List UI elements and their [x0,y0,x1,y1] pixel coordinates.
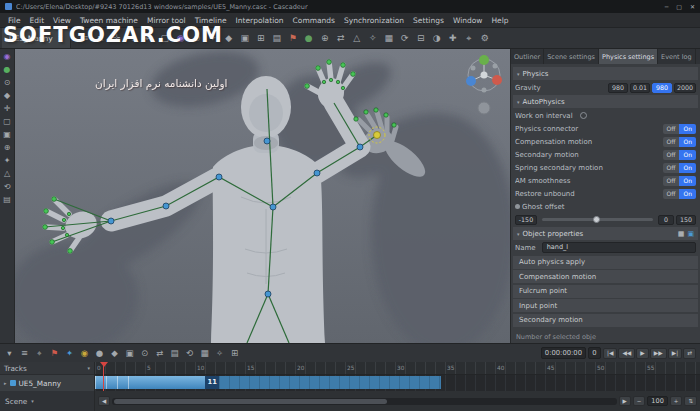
menu-item-timeline[interactable]: Timeline [191,15,231,26]
toolbar-icon-8[interactable]: ✦ [205,33,220,43]
scroll-right-button[interactable]: ▶ [619,396,631,406]
section-auto-physics-apply[interactable]: Auto physics apply [513,256,698,269]
toolbar-icon-0[interactable]: ≡ [77,33,92,43]
toolbar-icon-19[interactable]: ▦ [381,33,396,43]
left-tool-icon-2[interactable]: ⊙ [4,78,11,88]
panel-view-icon[interactable] [687,230,694,238]
section-fulcrum-point[interactable]: Fulcrum point [513,285,698,298]
interval-segment[interactable] [219,376,441,389]
expand-icon[interactable] [4,380,7,386]
timeline-icon-6[interactable]: ● [93,348,106,358]
am-smoothness-off-button[interactable]: Off [663,176,680,186]
compensation-motion-on-button[interactable]: On [679,137,696,147]
menu-item-edit[interactable]: Edit [26,15,49,26]
slider-handle[interactable] [593,216,600,223]
fit-view-icon[interactable]: ⇅ [684,396,697,406]
spring-secondary-motion-off-button[interactable]: Off [663,163,680,173]
minimize-button[interactable]: ─ [665,3,669,10]
timeline-icon-0[interactable]: ▾ [3,348,16,358]
toolbar-icon-23[interactable]: ✚ [445,33,460,43]
left-tool-icon-10[interactable]: ⟲ [4,182,11,192]
timeline-icon-14[interactable]: ✧ [213,348,226,358]
am-smoothness-on-button[interactable]: On [679,176,696,186]
transport-button-1[interactable]: ◀◀ [618,348,635,359]
toolbar-icon-14[interactable]: ● [301,33,316,43]
toolbar-icon-5[interactable]: ▢ [157,33,172,43]
transport-button-3[interactable]: ▶▶ [650,348,667,359]
toolbar-icon-24[interactable]: ⌖ [461,33,476,44]
close-button[interactable]: ✕ [690,3,695,10]
viewport-3d[interactable] [15,49,510,343]
transport-button-2[interactable]: ▶ [636,348,648,359]
maximize-button[interactable]: ▢ [676,3,682,10]
ghost-offset-max[interactable]: 150 [676,215,696,225]
toolbar-icon-6[interactable]: ◉ [173,33,188,43]
track-item-ue5-manny[interactable]: UE5_Manny [0,375,94,391]
object-properties-header[interactable]: Object properties [513,227,698,240]
left-tool-icon-1[interactable]: ● [4,65,11,75]
menu-item-view[interactable]: View [49,15,75,26]
transport-button-5[interactable]: ⇄ [683,348,696,359]
timeline-icon-7[interactable]: ◆ [108,348,121,358]
left-tool-icon-0[interactable]: ◉ [4,52,11,62]
toolbar-icon-12[interactable]: ▤ [269,33,284,43]
playhead[interactable] [103,362,104,391]
gravity-value-0[interactable]: 980 [608,83,628,93]
gravity-value-2[interactable]: 980 [652,83,672,93]
restore-unbound-on-button[interactable]: On [679,189,696,199]
left-tool-icon-5[interactable]: ▢ [3,117,11,127]
timeline-icon-1[interactable]: ≡ [18,348,31,358]
toolbar-icon-17[interactable]: △ [349,33,364,43]
menu-item-mirror-tool[interactable]: Mirror tool [143,15,190,26]
timeline-icon-8[interactable]: ▣ [123,348,136,358]
timeline-icon-2[interactable]: ⌖ [33,348,46,359]
tracks-header[interactable]: Tracks [0,362,94,375]
left-tool-icon-3[interactable]: ◆ [4,91,10,101]
orientation-gizmo[interactable] [464,54,504,116]
timeline-icon-5[interactable]: ◉ [78,348,91,358]
menu-item-synchronization[interactable]: Synchronization [340,15,408,26]
transport-button-0[interactable]: |◀ [603,348,617,359]
toolbar-icon-16[interactable]: ⇄ [333,33,348,43]
frame-display[interactable]: 0 [588,347,601,359]
toolbar-icon-3[interactable]: ⟲ [125,33,140,43]
toolbar-icon-25[interactable]: ⚙ [477,33,492,43]
section-compensation-motion[interactable]: Compensation motion [513,270,698,283]
toolbar-icon-22[interactable]: ◑ [429,33,444,43]
scene-selector[interactable]: Scene [0,391,94,411]
scrollbar-thumb[interactable] [114,399,386,404]
name-field[interactable]: hand_l [542,242,696,253]
menu-item-window[interactable]: Window [449,15,487,26]
grid-view-icon[interactable] [678,230,685,238]
timeline-icon-9[interactable]: ⊙ [138,348,151,358]
timeline-icon-4[interactable]: ✦ [63,348,76,358]
physics-section-header[interactable]: Physics [513,67,698,80]
section-input-point[interactable]: Input point [513,299,698,312]
timeline-icon-15[interactable]: ⊞ [228,348,241,358]
toolbar-icon-4[interactable]: ↔ [141,33,156,43]
ghost-offset-slider[interactable] [542,218,653,221]
toolbar-icon-18[interactable]: ✧ [365,33,380,43]
timeline-ruler[interactable]: 0510152025303540455055 [95,362,700,375]
timeline-icon-3[interactable]: ⚑ [48,348,61,358]
timeline-track[interactable]: 11 [95,375,700,391]
physics-connector-on-button[interactable]: On [679,124,696,134]
menu-item-settings[interactable]: Settings [409,15,448,26]
toolbar-icon-21[interactable]: ⊟ [413,33,428,43]
zoom-out-button[interactable]: − [633,396,646,406]
tab-outliner[interactable]: Outliner [511,49,544,64]
left-tool-icon-6[interactable]: ▣ [3,130,11,140]
toolbar-icon-13[interactable]: ⚑ [285,33,300,43]
restore-unbound-off-button[interactable]: Off [663,189,680,199]
spring-secondary-motion-on-button[interactable]: On [679,163,696,173]
tab-event-log[interactable]: Event log [658,49,696,64]
timecode-display[interactable]: 0:00:00:00 [541,347,586,359]
secondary-motion-off-button[interactable]: Off [663,150,680,160]
tab-scene-settings[interactable]: Scene settings [544,49,599,64]
physics-connector-off-button[interactable]: Off [663,124,680,134]
ghost-offset-value[interactable]: 0 [658,215,674,225]
toolbar-icon-20[interactable]: ⟳ [397,33,412,43]
secondary-motion-on-button[interactable]: On [679,150,696,160]
autophysics-section-header[interactable]: AutoPhysics [513,95,698,108]
gravity-value-1[interactable]: 0.01 [630,83,650,93]
